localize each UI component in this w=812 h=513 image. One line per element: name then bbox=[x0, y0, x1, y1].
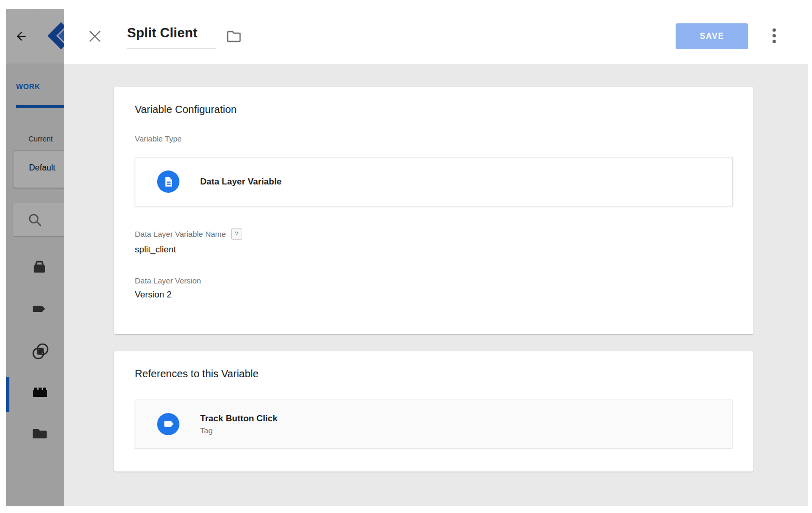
variable-type-value: Data Layer Variable bbox=[200, 177, 282, 187]
tag-icon bbox=[157, 413, 179, 435]
variable-editor-panel: Split Client SAVE Variable Configuration… bbox=[64, 0, 812, 506]
dl-version-label: Data Layer Version bbox=[135, 276, 733, 285]
modal-scrim[interactable] bbox=[6, 9, 64, 506]
config-card-heading: Variable Configuration bbox=[135, 87, 733, 116]
reference-item[interactable]: Track Button Click Tag bbox=[135, 400, 733, 448]
background-app: WORK Current Default bbox=[6, 9, 64, 506]
reference-name: Track Button Click bbox=[200, 414, 277, 424]
references-heading: References to this Variable bbox=[135, 351, 733, 380]
save-button[interactable]: SAVE bbox=[676, 23, 748, 49]
variable-type-label: Variable Type bbox=[135, 134, 733, 143]
folder-icon[interactable] bbox=[226, 29, 242, 44]
dl-version-value[interactable]: Version 2 bbox=[135, 290, 733, 300]
editor-header: Split Client SAVE bbox=[64, 0, 812, 64]
variable-title-field[interactable]: Split Client bbox=[127, 25, 216, 49]
data-layer-variable-icon bbox=[157, 170, 179, 193]
editor-body: Variable Configuration Variable Type Dat… bbox=[64, 64, 808, 506]
dl-variable-name-label: Data Layer Variable Name bbox=[135, 230, 226, 238]
more-options-icon[interactable] bbox=[767, 26, 781, 45]
variable-configuration-card: Variable Configuration Variable Type Dat… bbox=[114, 87, 753, 334]
dl-variable-name-value[interactable]: split_client bbox=[135, 245, 733, 255]
reference-type: Tag bbox=[200, 426, 277, 435]
close-icon[interactable] bbox=[88, 29, 103, 45]
variable-title: Split Client bbox=[127, 25, 198, 40]
variable-type-selector[interactable]: Data Layer Variable bbox=[135, 157, 733, 206]
references-card: References to this Variable Track Button… bbox=[114, 351, 753, 472]
help-icon[interactable]: ? bbox=[231, 228, 242, 240]
